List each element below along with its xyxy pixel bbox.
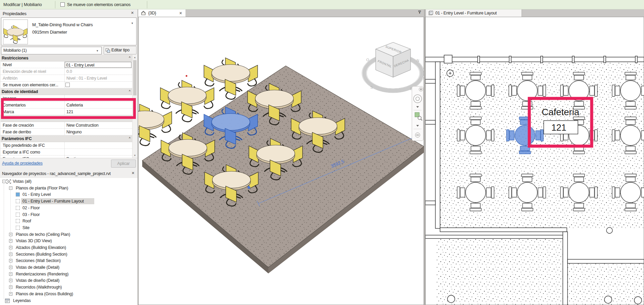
tab-floor-plan-label: 01 - Entry Level - Furniture Layout <box>435 11 497 15</box>
annotation-highlight-properties <box>1 98 136 119</box>
floor-plan-canvas: 121 Cafeteria <box>425 17 644 305</box>
floor-plan-icon <box>428 11 433 15</box>
tab-floor-plan[interactable]: 01 - Entry Level - Furniture Layout <box>426 9 522 17</box>
room-label[interactable]: Cafeteria <box>542 107 579 117</box>
floor-plan-pane: 01 - Entry Level - Furniture Layout <box>0 0 644 305</box>
furniture-tag[interactable]: 121 <box>551 123 566 133</box>
